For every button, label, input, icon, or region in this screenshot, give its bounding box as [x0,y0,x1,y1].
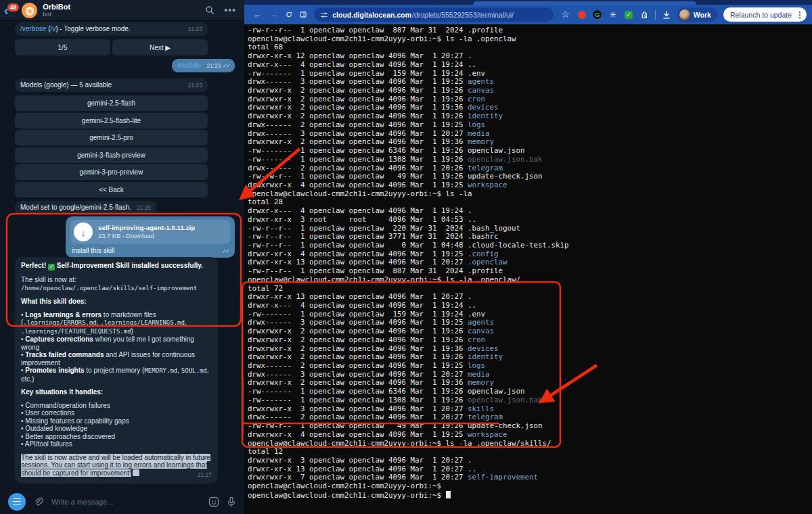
screenshot-stage: ‹ 48 OrbiBot bot ••• /verbose (/v) - Tog… [0,0,812,514]
skill-does-item: • Logs learnings & errors to markdown fi… [21,311,212,336]
reading-mode-icon[interactable] [300,10,307,19]
bot-avatar[interactable] [22,3,37,18]
message-time: 21:23 [188,81,202,89]
message-time: 21:27 [198,471,212,480]
chat-title-box[interactable]: OrbiBot bot [43,3,70,18]
url-path: /droplets/555292553/terminal/ui/ [412,11,514,19]
message-time: 21:27 [206,248,220,254]
terminal-line: openclaw@clawcloud-cmm2ch1i-cmm2uyyy-orb… [248,440,812,448]
message-time: 21:26 [137,204,151,211]
message-models-header: Models (google) — 5 available 21:23 [15,78,208,92]
back-button[interactable]: ‹ 48 [4,3,19,17]
skill-path: The skill is now at: /home/openclaw/.ope… [21,276,212,292]
terminal-line: openclaw@clawcloud-cmm2ch1i-cmm2uyyy-orb… [248,482,812,491]
skill-does-title: What this skill does: [21,298,87,305]
back-button[interactable]: ← [253,10,262,19]
inline-button-gemini-3-pro-preview[interactable]: gemini-3-pro-preview [15,164,208,180]
message-file: ↓ self-improving-agent-1.0.11.zip 23.7 K… [66,216,235,258]
message-models-command: /models 21:23✓✓ [172,59,235,72]
unread-count-badge: 48 [7,3,19,11]
message-composer: Write a message... [0,488,244,514]
terminal-line: openclaw@clawcloud-cmm2ch1i-cmm2uyyy-orb… [248,276,812,285]
verbose-text: /verbose (/v) - Toggle verbose mode. [20,25,131,33]
relaunch-label: Relaunch to update [730,11,792,19]
skill-handles-item: • User corrections [21,409,212,417]
inline-button--back[interactable]: << Back [15,182,208,197]
telegram-panel: ‹ 48 OrbiBot bot ••• /verbose (/v) - Tog… [0,0,244,514]
downloads-icon[interactable] [662,10,671,20]
model-keyboard: gemini-2.5-flashgemini-2.5-flash-litegem… [15,95,208,199]
message-input[interactable]: Write a message... [51,498,201,506]
address-bar[interactable]: cloud.digitalocean.com /droplets/5552925… [314,7,554,22]
bot-menu-button[interactable] [8,493,26,511]
pager-keyboard: 1/5 Next ▶ [15,39,208,55]
terminal-line: openclaw@clawcloud-cmm2ch1i-cmm2uyyy-orb… [248,491,812,500]
reload-button[interactable] [286,10,292,19]
extension-icon-check[interactable]: ✓ [625,11,633,19]
pager-page-button[interactable]: 1/5 [15,39,110,55]
read-checks-icon: ✓✓ [223,62,229,69]
inline-button-gemini-3-flash-preview[interactable]: gemini-3-flash-preview [15,147,208,163]
selected-text: The skill is now active and will be load… [21,454,210,477]
skill-handles-title: Key situations it handles: [21,388,103,396]
url-host: cloud.digitalocean.com [332,11,411,19]
inline-button-gemini-2.5-pro[interactable]: gemini-2.5-pro [15,130,208,145]
models-header-text: Models (google) — 5 available [20,81,112,89]
pager-next-button[interactable]: Next ▶ [112,39,208,55]
extension-icon-snowflake[interactable]: ✳ [608,10,618,20]
extension-icon-g[interactable]: G [593,10,602,19]
file-name: self-improving-agent-1.0.11.zip [98,224,195,232]
chat-subtitle: bot [43,11,70,18]
message-skill-installed: Perfect! ✓ Self-Improvement Skill instal… [15,257,218,484]
file-attachment[interactable]: ↓ self-improving-agent-1.0.11.zip 23.7 K… [70,220,230,244]
relaunch-to-update-button[interactable]: Relaunch to update ⋮ [723,7,807,22]
profile-avatar [679,9,690,20]
inline-button-gemini-2.5-flash[interactable]: gemini-2.5-flash [15,95,208,111]
more-menu-icon[interactable]: ••• [224,5,236,16]
browser-toolbar: ← → cloud.digitalocean.com /droplets/555… [244,5,812,24]
browser-panel: ← → cloud.digitalocean.com /droplets/555… [244,0,812,514]
file-size-download[interactable]: 23.7 KB - Download [98,232,195,240]
skill-does-item: • Tracks failed commands and API issues … [21,351,212,367]
site-settings-icon[interactable] [320,11,328,19]
message-time: 21:23 [206,62,221,69]
chart-up-emoji [133,469,139,476]
skill-does-item: • Promotes insights to project memory (M… [21,367,212,383]
message-model-set: Model set to google/gemini-2.5-flash. 21… [15,201,156,214]
search-icon[interactable] [205,5,215,15]
bookmark-star-icon[interactable]: ☆ [561,10,570,19]
extensions-puzzle-icon[interactable] [639,10,649,20]
toolbar-divider [655,10,656,20]
telegram-header: ‹ 48 OrbiBot bot ••• [0,0,244,20]
models-command-text[interactable]: /models [177,62,201,69]
terminal-cursor [446,491,451,498]
sticker-icon[interactable] [208,496,219,507]
skill-handles-item: • API/tool failures [21,440,212,448]
forward-button[interactable]: → [269,10,278,19]
file-caption: install this skill [72,247,114,254]
model-set-text: Model set to google/gemini-2.5-flash. [20,204,131,211]
skill-handles-item: • Command/operation failures [21,402,212,410]
download-icon[interactable]: ↓ [74,223,93,241]
browser-menu-kebab-icon[interactable]: ⋮ [796,10,804,20]
terminal-line: openclaw@clawcloud-cmm2ch1i-cmm2uyyy-orb… [248,35,812,44]
tab-strip [244,0,812,5]
terminal-output[interactable]: -rw-r--r-- 1 openclaw openclaw 807 Mar 3… [244,24,812,514]
profile-chip[interactable]: Work [677,7,717,22]
message-time: 21:23 [188,25,202,33]
inline-button-gemini-2.5-flash-lite[interactable]: gemini-2.5-flash-lite [15,113,208,128]
skill-does-item: • Captures corrections when you tell me … [21,335,212,351]
read-checks-icon: ✓✓ [222,248,229,254]
active-tab[interactable] [473,1,696,5]
terminal-line: openclaw@clawcloud-cmm2ch1i-cmm2uyyy-orb… [248,190,812,199]
skill-head: Perfect! ✓ Self-Improvement Skill instal… [21,262,212,271]
attach-icon[interactable] [33,496,44,507]
message-verbose: /verbose (/v) - Toggle verbose mode. 21:… [15,22,208,36]
chat-scrollbar[interactable] [242,377,244,434]
skill-does-list: • Logs learnings & errors to markdown fi… [21,311,212,383]
extension-icon-red[interactable] [578,11,586,19]
skill-handles-list: • Command/operation failures• User corre… [21,402,212,448]
skill-handles-item: • Better approaches discovered [21,433,212,441]
voice-message-icon[interactable] [227,496,236,507]
profile-name: Work [694,11,711,19]
